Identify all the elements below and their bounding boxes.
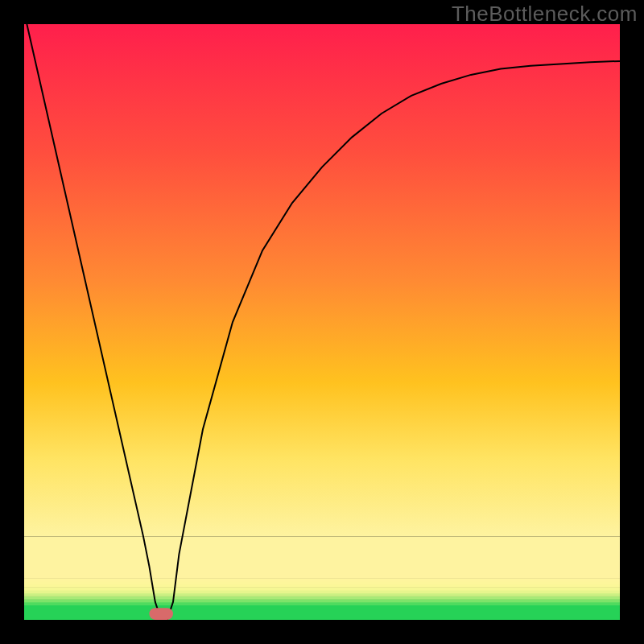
svg-rect-5 — [24, 593, 620, 597]
svg-rect-3 — [24, 599, 620, 602]
svg-rect-7 — [24, 587, 620, 590]
svg-rect-9 — [24, 581, 620, 584]
svg-rect-1 — [24, 605, 620, 621]
svg-rect-11 — [24, 536, 620, 578]
watermark-text: TheBottleneck.com — [452, 2, 638, 27]
svg-rect-10 — [24, 578, 620, 581]
chart-min-marker — [149, 608, 173, 620]
chart-container: TheBottleneck.com — [0, 0, 644, 644]
svg-rect-2 — [24, 602, 620, 605]
svg-rect-4 — [24, 596, 620, 599]
bottleneck-chart — [0, 0, 644, 644]
svg-rect-6 — [24, 590, 620, 593]
svg-rect-8 — [24, 584, 620, 588]
chart-background-gradient — [24, 24, 620, 536]
chart-background-bands — [24, 536, 620, 620]
